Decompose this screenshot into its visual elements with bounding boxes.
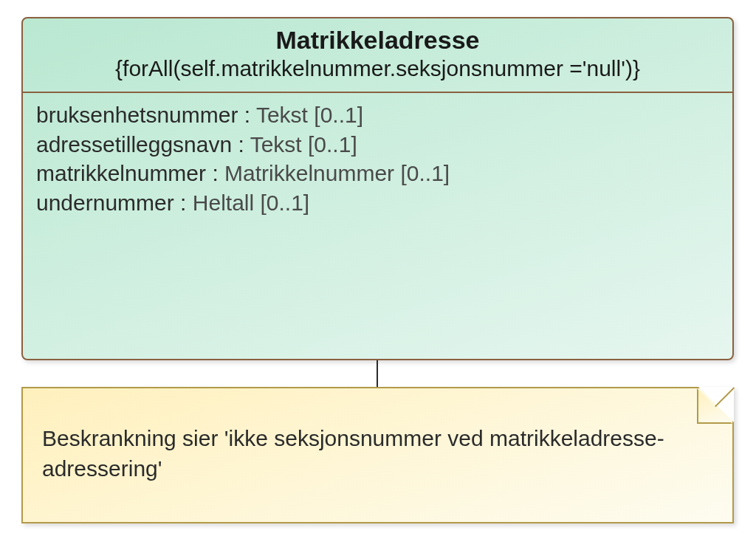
uml-attribute: undernummer : Heltall [0..1]	[36, 188, 719, 218]
uml-class-name: Matrikkeladresse	[36, 26, 719, 55]
attribute-multiplicity: [0..1]	[261, 190, 310, 215]
attribute-name: undernummer	[36, 190, 174, 215]
uml-attribute: matrikkelnummer : Matrikkelnummer [0..1]	[36, 159, 719, 188]
attribute-type: Tekst	[256, 103, 308, 127]
uml-class-body: bruksenhetsnummer : Tekst [0..1] adresse…	[23, 93, 732, 359]
uml-connector-line	[377, 360, 378, 388]
attribute-multiplicity: [0..1]	[400, 161, 450, 185]
uml-class-box: Matrikkeladresse {forAll(self.matrikkeln…	[21, 17, 734, 360]
attribute-type: Matrikkelnummer	[224, 161, 394, 185]
uml-attribute: adressetilleggsnavn : Tekst [0..1]	[36, 130, 719, 159]
note-fold-corner-icon	[697, 388, 732, 424]
uml-note: Beskrankning sier 'ikke seksjonsnummer v…	[21, 387, 734, 523]
uml-class-header: Matrikkeladresse {forAll(self.matrikkeln…	[23, 18, 732, 93]
attribute-name: bruksenhetsnummer	[36, 103, 238, 127]
attribute-name: matrikkelnummer	[36, 161, 206, 185]
uml-attribute: bruksenhetsnummer : Tekst [0..1]	[36, 100, 719, 130]
uml-note-text: Beskrankning sier 'ikke seksjonsnummer v…	[42, 426, 664, 481]
uml-class-constraint: {forAll(self.matrikkelnummer.seksjonsnum…	[36, 56, 719, 81]
attribute-multiplicity: [0..1]	[308, 132, 357, 157]
attribute-type: Tekst	[250, 132, 302, 157]
attribute-multiplicity: [0..1]	[314, 103, 363, 127]
attribute-name: adressetilleggsnavn	[36, 132, 232, 157]
attribute-type: Heltall	[193, 190, 254, 215]
